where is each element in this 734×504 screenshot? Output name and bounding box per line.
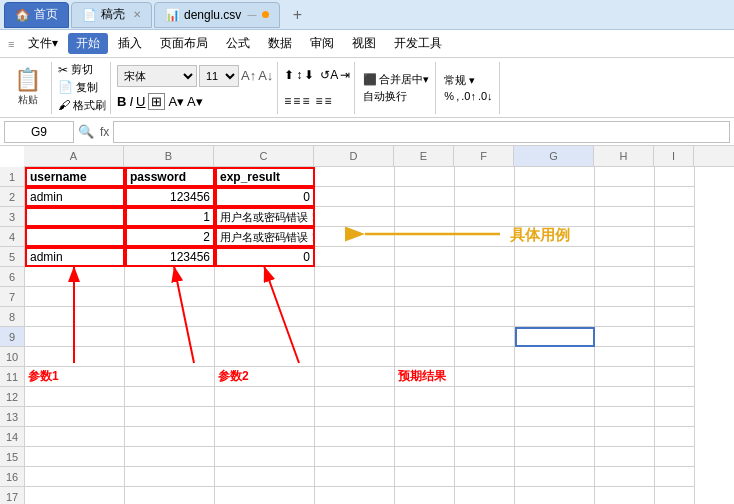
cell-I9[interactable] — [655, 327, 695, 347]
menu-layout[interactable]: 页面布局 — [152, 33, 216, 54]
cell-B15[interactable] — [125, 447, 215, 467]
cell-G8[interactable] — [515, 307, 595, 327]
cell-G10[interactable] — [515, 347, 595, 367]
cell-F4[interactable] — [455, 227, 515, 247]
merge-button[interactable]: ⬛ 合并居中▾ — [363, 72, 429, 87]
row-header-1[interactable]: 1 — [0, 167, 24, 187]
cell-D2[interactable] — [315, 187, 395, 207]
col-header-D[interactable]: D — [314, 146, 394, 166]
cell-E13[interactable] — [395, 407, 455, 427]
col-header-I[interactable]: I — [654, 146, 694, 166]
col-header-E[interactable]: E — [394, 146, 454, 166]
indent-button[interactable]: ⇥ — [340, 68, 350, 82]
align-top-button[interactable]: ⬆ — [284, 68, 294, 82]
tab-home[interactable]: 🏠 首页 — [4, 2, 69, 28]
border-button[interactable]: ⊞ — [148, 93, 165, 110]
add-tab-button[interactable]: + — [286, 4, 308, 26]
align-center-button[interactable]: ≡ — [293, 94, 300, 108]
cell-H15[interactable] — [595, 447, 655, 467]
row-header-5[interactable]: 5 — [0, 247, 24, 267]
cell-C1[interactable]: exp_result — [215, 167, 315, 187]
minimize-icon[interactable]: — — [247, 10, 256, 20]
format-brush-button[interactable]: 🖌 格式刷 — [58, 98, 106, 113]
decimal-up-button[interactable]: .0↑ — [461, 90, 476, 102]
cell-H7[interactable] — [595, 287, 655, 307]
cell-F16[interactable] — [455, 467, 515, 487]
copy-button[interactable]: 📄 复制 — [58, 80, 106, 95]
menu-file[interactable]: 文件▾ — [20, 33, 66, 54]
row-header-8[interactable]: 8 — [0, 307, 24, 327]
cell-B14[interactable] — [125, 427, 215, 447]
formula-input[interactable] — [113, 121, 730, 143]
cell-I8[interactable] — [655, 307, 695, 327]
font-size-up-button[interactable]: A↑ — [241, 68, 256, 83]
cell-B10[interactable] — [125, 347, 215, 367]
row-header-15[interactable]: 15 — [0, 447, 24, 467]
cell-F15[interactable] — [455, 447, 515, 467]
cell-I15[interactable] — [655, 447, 695, 467]
cell-C8[interactable] — [215, 307, 315, 327]
cell-A12[interactable] — [25, 387, 125, 407]
cell-G5[interactable] — [515, 247, 595, 267]
cell-I4[interactable] — [655, 227, 695, 247]
number-format-select[interactable]: 常规 ▾ — [444, 73, 492, 88]
cell-B16[interactable] — [125, 467, 215, 487]
row-header-16[interactable]: 16 — [0, 467, 24, 487]
cell-E12[interactable] — [395, 387, 455, 407]
cell-B17[interactable] — [125, 487, 215, 504]
row-header-13[interactable]: 13 — [0, 407, 24, 427]
cell-G17[interactable] — [515, 487, 595, 504]
cell-C11[interactable]: 参数2 — [215, 367, 315, 387]
cell-G2[interactable] — [515, 187, 595, 207]
cell-D16[interactable] — [315, 467, 395, 487]
cell-H11[interactable] — [595, 367, 655, 387]
cell-A13[interactable] — [25, 407, 125, 427]
cell-D10[interactable] — [315, 347, 395, 367]
col-header-G[interactable]: G — [514, 146, 594, 166]
cell-E16[interactable] — [395, 467, 455, 487]
cell-C13[interactable] — [215, 407, 315, 427]
cell-D9[interactable] — [315, 327, 395, 347]
cell-G14[interactable] — [515, 427, 595, 447]
cell-C3[interactable]: 用户名或密码错误！ — [215, 207, 315, 227]
cell-I16[interactable] — [655, 467, 695, 487]
col-header-B[interactable]: B — [124, 146, 214, 166]
cell-E5[interactable] — [395, 247, 455, 267]
comma-button[interactable]: , — [456, 90, 459, 102]
align-right-button[interactable]: ≡ — [302, 94, 309, 108]
cell-H6[interactable] — [595, 267, 655, 287]
tab-drafts[interactable]: 📄 稿壳 ✕ — [71, 2, 152, 28]
cut-button[interactable]: ✂ 剪切 — [58, 62, 106, 77]
cell-I6[interactable] — [655, 267, 695, 287]
cell-F6[interactable] — [455, 267, 515, 287]
cell-A10[interactable] — [25, 347, 125, 367]
row-header-10[interactable]: 10 — [0, 347, 24, 367]
cell-D11[interactable] — [315, 367, 395, 387]
cell-E3[interactable] — [395, 207, 455, 227]
cell-B8[interactable] — [125, 307, 215, 327]
underline-button[interactable]: U — [136, 94, 145, 109]
cell-B7[interactable] — [125, 287, 215, 307]
cell-D6[interactable] — [315, 267, 395, 287]
font-size-select[interactable]: 11 — [199, 65, 239, 87]
align-left-button[interactable]: ≡ — [284, 94, 291, 108]
cell-G1[interactable] — [515, 167, 595, 187]
row-header-12[interactable]: 12 — [0, 387, 24, 407]
cell-F13[interactable] — [455, 407, 515, 427]
cell-C7[interactable] — [215, 287, 315, 307]
cell-B4[interactable]: 2 — [125, 227, 215, 247]
cell-I11[interactable] — [655, 367, 695, 387]
tab-denglu[interactable]: 📊 denglu.csv — — [154, 2, 280, 28]
cell-F9[interactable] — [455, 327, 515, 347]
cell-H13[interactable] — [595, 407, 655, 427]
cell-G4[interactable] — [515, 227, 595, 247]
cell-E9[interactable] — [395, 327, 455, 347]
cell-D5[interactable] — [315, 247, 395, 267]
cell-D8[interactable] — [315, 307, 395, 327]
cell-A16[interactable] — [25, 467, 125, 487]
cell-G13[interactable] — [515, 407, 595, 427]
cell-A5[interactable]: admin — [25, 247, 125, 267]
cell-B1[interactable]: password — [125, 167, 215, 187]
cell-E7[interactable] — [395, 287, 455, 307]
cell-H16[interactable] — [595, 467, 655, 487]
